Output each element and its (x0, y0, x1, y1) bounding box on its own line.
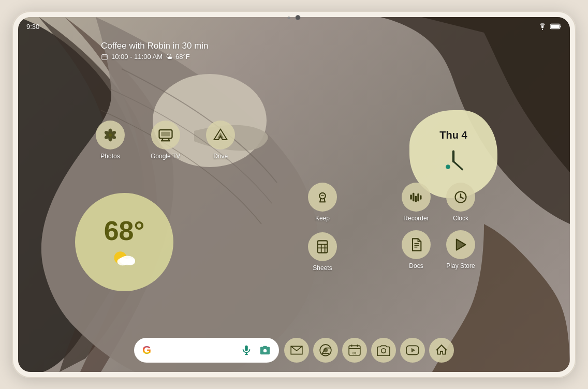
status-time: 9:30 (26, 23, 39, 31)
svg-rect-38 (415, 196, 417, 202)
app-row-top: Photos Google TV (96, 121, 235, 160)
clock-icon-bg (446, 183, 475, 212)
search-bar[interactable]: G (134, 338, 279, 363)
chrome-icon (319, 343, 332, 357)
gmail-icon (290, 345, 303, 355)
app-icon-docs[interactable]: Docs (398, 230, 434, 270)
svg-rect-3 (551, 24, 560, 28)
drive-icon (213, 127, 228, 143)
svg-point-26 (446, 164, 450, 169)
calendar-widget[interactable]: Coffee with Robin in 30 min 10:00 - 11:0… (101, 41, 209, 61)
svg-point-44 (460, 196, 462, 198)
drive-label: Drive (213, 153, 228, 160)
svg-rect-37 (413, 193, 415, 201)
google-tv-icon (158, 128, 173, 142)
weather-emoji: 🌤 (166, 53, 172, 61)
app-icon-photos[interactable]: Photos (96, 121, 125, 160)
mic-icon[interactable] (241, 345, 252, 356)
svg-point-1 (542, 29, 543, 30)
camera-app-icon (377, 345, 390, 356)
dock-bar: G (18, 338, 570, 363)
svg-rect-39 (417, 193, 419, 201)
recorder-label: Recorder (403, 215, 429, 222)
svg-rect-36 (410, 194, 412, 199)
weather-icon (109, 246, 140, 267)
tablet-screen: 9:30 Coffee with Robin in 30 min (18, 17, 570, 372)
app-icon-keep[interactable]: Keep (308, 183, 337, 222)
dock-icons: 31 (284, 338, 454, 363)
app-grid-right: Recorder Clock (398, 183, 523, 270)
youtube-icon (406, 345, 419, 355)
weather-temperature: 68° (104, 217, 145, 244)
camera-area (288, 15, 301, 20)
sheets-label: Sheets (313, 264, 332, 272)
dock-youtube[interactable] (400, 338, 425, 363)
keep-label: Keep (315, 215, 330, 222)
docs-label: Docs (409, 262, 423, 270)
svg-point-27 (319, 193, 326, 199)
calendar-event-detail: 10:00 - 11:00 AM 🌤 68°F (101, 53, 209, 61)
calendar-icon (101, 53, 108, 61)
clock-app-icon (453, 190, 468, 204)
photos-icon (102, 127, 118, 143)
front-sensor (288, 17, 290, 19)
tablet-frame: 9:30 Coffee with Robin in 30 min (12, 11, 576, 378)
app-icon-clock[interactable]: Clock (443, 183, 479, 222)
drive-icon-bg (206, 121, 235, 149)
calendar-event-title: Coffee with Robin in 30 min (101, 41, 209, 51)
svg-rect-48 (245, 346, 248, 351)
google-g-logo: G (142, 343, 151, 357)
recorder-icon-bg (402, 183, 431, 212)
dock-gmail[interactable] (284, 338, 309, 363)
svg-point-62 (381, 349, 386, 353)
event-time: 10:00 - 11:00 AM (111, 53, 163, 61)
camera-search-icon[interactable] (259, 345, 271, 356)
battery-icon (550, 23, 562, 30)
wifi-icon (538, 23, 547, 30)
app-col-middle: Keep Sheets (308, 183, 337, 272)
photos-label: Photos (100, 153, 120, 160)
google-tv-label: Google TV (151, 153, 180, 160)
svg-point-51 (263, 349, 267, 352)
photos-icon-bg (96, 121, 125, 149)
dock-chrome[interactable] (313, 338, 338, 363)
clock-label: Clock (453, 215, 468, 222)
app-icon-google-tv[interactable]: Google TV (151, 121, 180, 160)
clock-hands-area (435, 143, 472, 179)
svg-rect-31 (318, 241, 328, 252)
app-icon-drive[interactable]: Drive (206, 121, 235, 160)
calendar-app-icon: 31 (348, 343, 361, 357)
svg-text:31: 31 (352, 351, 357, 355)
app-icon-recorder[interactable]: Recorder (398, 183, 434, 222)
svg-rect-4 (102, 54, 108, 59)
keep-icon-bg (308, 183, 337, 212)
sheets-icon (315, 240, 330, 254)
google-tv-icon-bg (151, 121, 180, 149)
play-store-icon-bg (446, 230, 475, 259)
app-icon-sheets[interactable]: Sheets (308, 232, 337, 272)
svg-rect-19 (161, 132, 170, 137)
play-store-icon (453, 237, 468, 252)
sheets-icon-bg (308, 232, 337, 261)
clock-face-svg (435, 141, 472, 182)
svg-point-14 (109, 133, 112, 137)
svg-line-25 (453, 161, 463, 170)
recorder-icon (409, 190, 423, 204)
dock-calendar[interactable]: 31 (342, 338, 367, 363)
front-camera (296, 15, 301, 20)
temp-inline: 68°F (175, 53, 190, 61)
dock-camera[interactable] (371, 338, 396, 363)
weather-widget[interactable]: 68° (75, 193, 173, 291)
clock-date-label: Thu 4 (439, 129, 467, 141)
play-store-label: Play Store (446, 262, 475, 270)
svg-rect-40 (420, 196, 422, 200)
docs-icon (409, 237, 423, 252)
svg-point-23 (126, 258, 135, 265)
app-icon-play-store[interactable]: Play Store (443, 230, 479, 270)
status-icons (538, 23, 562, 30)
dock-home[interactable] (429, 338, 454, 363)
home-icon (435, 343, 448, 357)
keep-icon (315, 190, 330, 204)
weather-icon-area (109, 246, 140, 267)
docs-icon-bg (402, 230, 431, 259)
